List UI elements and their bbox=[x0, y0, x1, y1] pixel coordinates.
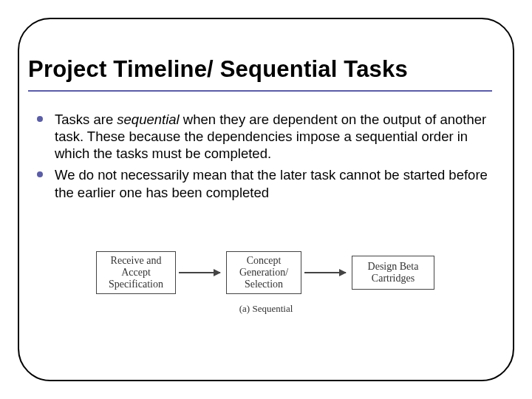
diagram-box-3: Design Beta Cartridges bbox=[352, 256, 434, 290]
diagram-box-2-text: Concept Generation/ Selection bbox=[239, 255, 288, 290]
arrow-1 bbox=[179, 272, 220, 273]
bullet-2-pre: We do not necessarily mean that the late… bbox=[55, 167, 488, 200]
slide: Project Timeline/ Sequential Tasks Tasks… bbox=[0, 0, 532, 399]
title-underline bbox=[28, 90, 492, 92]
bullet-2: We do not necessarily mean that the late… bbox=[34, 166, 492, 200]
bullet-1: Tasks are sequential when they are depen… bbox=[34, 111, 492, 162]
diagram-box-1-text: Receive and Accept Specification bbox=[109, 255, 163, 290]
bullet-1-em: sequential bbox=[117, 112, 179, 127]
diagram-box-3-text: Design Beta Cartridges bbox=[368, 261, 419, 284]
diagram-box-2: Concept Generation/ Selection bbox=[226, 251, 301, 294]
bullet-1-pre: Tasks are bbox=[55, 112, 117, 127]
sequential-diagram: Receive and Accept Specification Concept… bbox=[96, 251, 443, 340]
slide-title: Project Timeline/ Sequential Tasks bbox=[28, 58, 504, 82]
body-text: Tasks are sequential when they are depen… bbox=[34, 111, 492, 205]
diagram-caption: (a) Sequential bbox=[229, 303, 303, 315]
diagram-box-1: Receive and Accept Specification bbox=[96, 251, 176, 294]
arrow-2 bbox=[304, 272, 346, 273]
